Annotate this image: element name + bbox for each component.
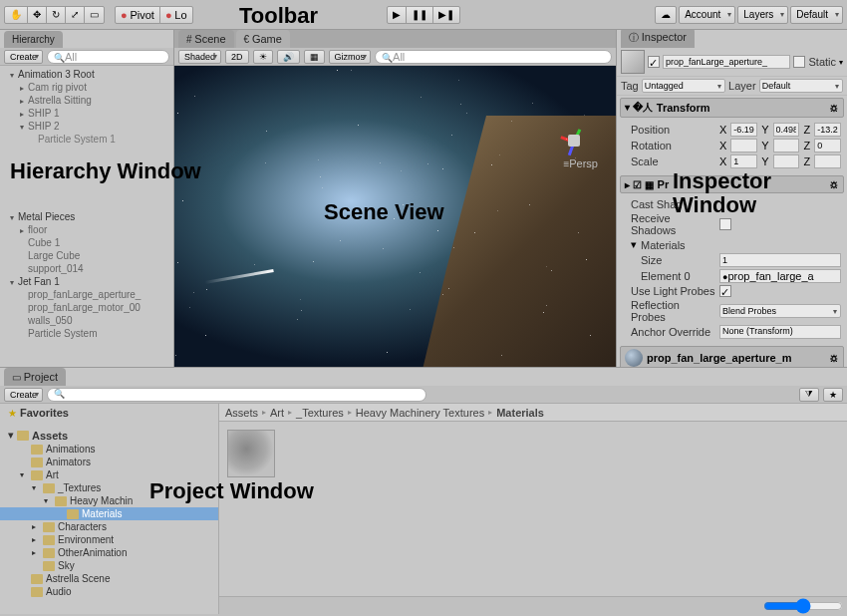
scene-tab[interactable]: # Scene	[178, 30, 234, 48]
anchor-field[interactable]: None (Transform)	[719, 325, 841, 339]
hierarchy-item[interactable]: ▸Cam rig pivot	[0, 81, 173, 94]
star-filter-icon[interactable]: ★	[823, 388, 843, 402]
hierarchy-item[interactable]: ▾Metal Pieces	[0, 210, 173, 223]
asset-thumbnail[interactable]	[227, 430, 275, 477]
layout-dropdown[interactable]: Default	[790, 6, 843, 24]
project-folder[interactable]: ▸Environment	[0, 533, 218, 546]
pos-y[interactable]	[773, 123, 800, 137]
lighting-toggle[interactable]: ☀	[253, 50, 273, 64]
breadcrumb-item[interactable]: Assets	[225, 407, 258, 419]
hierarchy-item[interactable]: Particle System	[0, 327, 173, 340]
project-folder[interactable]: ▾Assets	[0, 428, 218, 443]
project-search[interactable]: 🔍	[47, 388, 426, 402]
project-tab[interactable]: ▭ Project	[4, 368, 66, 386]
scene-search[interactable]: 🔍All	[375, 50, 612, 64]
mat-elem0[interactable]: ●prop_fan_large_a	[719, 269, 841, 283]
fx-toggle[interactable]: ▦	[304, 50, 325, 64]
layer-dropdown[interactable]: Default	[759, 79, 843, 93]
play-button[interactable]: ▶	[387, 6, 407, 24]
hierarchy-tab[interactable]: Hierarchy	[4, 31, 63, 48]
breadcrumb-item[interactable]: Materials	[496, 407, 544, 419]
scene-view[interactable]: ≡Persp	[174, 66, 616, 367]
project-folder[interactable]: Animations	[0, 443, 218, 456]
gizmos-dropdown[interactable]: Gizmos	[329, 50, 372, 64]
pause-button[interactable]: ❚❚	[406, 6, 433, 24]
scale-x[interactable]	[730, 154, 757, 168]
object-active-checkbox[interactable]: ✓	[648, 56, 660, 68]
scale-tool[interactable]: ⤢	[65, 6, 85, 24]
hierarchy-item[interactable]: ▸Astrella Sitting	[0, 94, 173, 107]
hierarchy-create[interactable]: Create	[4, 50, 43, 64]
pivot-button[interactable]: ● Pivot	[115, 6, 160, 24]
breadcrumb[interactable]: Assets▸Art▸_Textures▸Heavy Machinery Tex…	[219, 404, 847, 422]
assets-grid[interactable]	[219, 422, 847, 596]
hierarchy-item[interactable]	[0, 184, 173, 197]
material-component[interactable]: prop_fan_large_aperture_m⛭	[620, 346, 844, 367]
hierarchy-item[interactable]: ▸floor	[0, 223, 173, 236]
mode-2d[interactable]: 2D	[225, 50, 249, 64]
tag-dropdown[interactable]: Untagged	[642, 79, 725, 93]
mat-size[interactable]	[719, 253, 841, 267]
inspector-tab[interactable]: ⓘ Inspector	[621, 30, 695, 48]
layers-dropdown[interactable]: Layers	[737, 6, 788, 24]
project-folder[interactable]: ▾_Textures	[0, 481, 218, 494]
project-tree[interactable]: ★Favorites ▾AssetsAnimationsAnimators▾Ar…	[0, 404, 219, 614]
hierarchy-tree[interactable]: ▾Animation 3 Root▸Cam rig pivot▸Astrella…	[0, 66, 173, 367]
pos-x[interactable]	[730, 123, 757, 137]
rot-x[interactable]	[730, 139, 757, 153]
hierarchy-item[interactable]	[0, 171, 173, 184]
scale-z[interactable]	[814, 154, 841, 168]
game-tab[interactable]: € Game	[236, 30, 290, 48]
orientation-gizmo[interactable]	[554, 121, 594, 160]
project-folder[interactable]: ▾Art	[0, 468, 218, 481]
project-create[interactable]: Create	[4, 388, 43, 402]
static-checkbox[interactable]	[793, 56, 805, 68]
object-name-field[interactable]	[663, 55, 790, 69]
hierarchy-search[interactable]: 🔍All	[47, 50, 169, 64]
hierarchy-item[interactable]: walls_050	[0, 314, 173, 327]
renderer-component[interactable]: ▸ ☑ ▦ Pr⛭	[620, 175, 844, 193]
breadcrumb-item[interactable]: Heavy Machinery Textures	[356, 407, 484, 419]
project-folder[interactable]: Sky	[0, 559, 218, 572]
rot-z[interactable]	[814, 139, 841, 153]
project-folder[interactable]: Astrella Scene	[0, 572, 218, 585]
recv-shadows-checkbox[interactable]	[719, 218, 731, 230]
rot-y[interactable]	[773, 139, 800, 153]
hierarchy-item[interactable]: Particle System 1	[0, 133, 173, 146]
hierarchy-item[interactable]: Large Cube	[0, 249, 173, 262]
shading-dropdown[interactable]: Shaded	[178, 50, 221, 64]
pos-z[interactable]	[814, 123, 841, 137]
scale-y[interactable]	[773, 154, 800, 168]
hierarchy-item[interactable]: Cube 1	[0, 236, 173, 249]
hierarchy-item[interactable]	[0, 158, 173, 171]
thumbnail-size-slider[interactable]	[763, 599, 843, 613]
hierarchy-item[interactable]: ▾Animation 3 Root	[0, 68, 173, 81]
hierarchy-item[interactable]	[0, 146, 173, 158]
hierarchy-item[interactable]	[0, 197, 173, 210]
rotate-tool[interactable]: ↻	[46, 6, 66, 24]
hierarchy-item[interactable]: ▾Jet Fan 1	[0, 275, 173, 288]
hierarchy-item[interactable]: ▸SHIP 1	[0, 107, 173, 120]
hierarchy-item[interactable]: prop_fanLarge_motor_00	[0, 301, 173, 314]
audio-toggle[interactable]: 🔊	[277, 50, 300, 64]
project-folder[interactable]: ▾Heavy Machin	[0, 494, 218, 507]
project-folder[interactable]: Animators	[0, 456, 218, 468]
filter-icon[interactable]: ⧩	[799, 388, 819, 402]
project-folder[interactable]: Materials	[0, 507, 218, 520]
project-folder[interactable]: ▸OtherAnimation	[0, 546, 218, 559]
breadcrumb-item[interactable]: Art	[270, 407, 284, 419]
light-probes-checkbox[interactable]: ✓	[719, 285, 731, 297]
favorites-header[interactable]: ★Favorites	[0, 406, 218, 420]
move-tool[interactable]: ✥	[27, 6, 47, 24]
cloud-button[interactable]: ☁	[655, 6, 677, 24]
transform-component[interactable]: ▾ �人 Transform⛭	[620, 98, 844, 118]
hierarchy-item[interactable]: support_014	[0, 262, 173, 275]
hand-tool[interactable]: ✋	[4, 6, 28, 24]
rect-tool[interactable]: ▭	[84, 6, 105, 24]
account-dropdown[interactable]: Account	[679, 6, 735, 24]
breadcrumb-item[interactable]: _Textures	[296, 407, 344, 419]
refl-probes-dropdown[interactable]: Blend Probes	[719, 304, 841, 318]
project-folder[interactable]: ▸Characters	[0, 520, 218, 533]
local-button[interactable]: ● Lo	[159, 6, 193, 24]
hierarchy-item[interactable]: ▾SHIP 2	[0, 120, 173, 133]
